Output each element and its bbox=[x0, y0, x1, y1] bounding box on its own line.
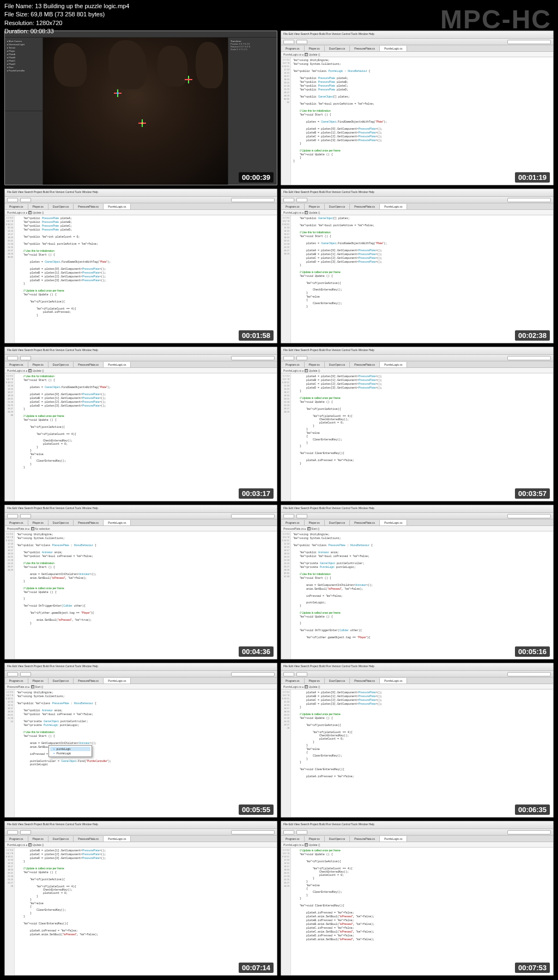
editor-tab[interactable]: PressurePlate.cs bbox=[350, 520, 380, 525]
breadcrumb[interactable]: PuzzleLogic.cs ▸ 🔲 Update () bbox=[281, 842, 553, 848]
editor-tab[interactable]: PuzzleLogic.cs bbox=[380, 520, 407, 525]
editor-tab[interactable]: PressurePlate.cs bbox=[74, 836, 104, 842]
editor-tab[interactable]: Program.cs bbox=[281, 836, 305, 842]
search-input[interactable] bbox=[507, 40, 551, 44]
editor-tab[interactable]: DoorOpen.cs bbox=[325, 46, 350, 51]
editor-tab[interactable]: PressurePlate.cs bbox=[350, 362, 380, 367]
editor-tab[interactable]: PressurePlate.cs bbox=[74, 678, 104, 683]
editor-tab[interactable]: DoorOpen.cs bbox=[325, 204, 350, 209]
editor-tab[interactable]: PuzzleLogic.cs bbox=[104, 678, 131, 683]
ide-menubar[interactable]: File Edit View Search Project Build Run … bbox=[281, 189, 553, 197]
editor-tab[interactable]: PressurePlate.cs bbox=[350, 678, 380, 683]
editor-tab[interactable]: DoorOpen.cs bbox=[48, 836, 74, 842]
config-dropdown[interactable] bbox=[296, 198, 307, 202]
editor-tab[interactable]: PuzzleLogic.cs bbox=[380, 362, 407, 367]
ide-menubar[interactable]: File Edit View Search Project Build Run … bbox=[281, 663, 553, 671]
editor-tab[interactable]: DoorOpen.cs bbox=[48, 678, 74, 683]
ide-toolbar[interactable] bbox=[5, 829, 277, 836]
editor-tab[interactable]: PuzzleLogic.cs bbox=[104, 204, 131, 209]
ide-toolbar[interactable] bbox=[281, 39, 553, 45]
search-input[interactable] bbox=[507, 356, 551, 360]
editor-tab[interactable]: Player.cs bbox=[305, 836, 325, 842]
hierarchy-item[interactable]: ▸ PuzzleController bbox=[7, 69, 40, 72]
play-button[interactable] bbox=[283, 198, 294, 202]
play-button[interactable] bbox=[283, 672, 294, 676]
code-editor[interactable]: "kw">using UnityEngine; "kw">using Syste… bbox=[291, 531, 553, 659]
code-editor[interactable]: plateA = plates[0].GetComponent<Pressure… bbox=[291, 373, 553, 501]
ide-toolbar[interactable] bbox=[5, 671, 277, 677]
breadcrumb[interactable]: PuzzleLogic.cs ▸ 🔲 Update () bbox=[281, 210, 553, 215]
editor-tab[interactable]: PuzzleLogic.cs bbox=[380, 836, 407, 842]
editor-tab[interactable]: Program.cs bbox=[5, 520, 28, 525]
ide-menubar[interactable]: File Edit View Search Project Build Run … bbox=[281, 821, 553, 829]
editor-tabs[interactable]: Program.csPlayer.csDoorOpen.csPressurePl… bbox=[5, 519, 277, 526]
ide-thumbnail[interactable]: File Edit View Search Project Build Run … bbox=[281, 505, 554, 660]
ide-toolbar[interactable] bbox=[281, 355, 553, 361]
search-input[interactable] bbox=[507, 672, 551, 676]
config-dropdown[interactable] bbox=[20, 356, 31, 360]
config-dropdown[interactable] bbox=[296, 830, 307, 834]
editor-tab[interactable]: DoorOpen.cs bbox=[48, 204, 74, 209]
ide-menubar[interactable]: File Edit View Search Project Build Run … bbox=[281, 505, 553, 513]
editor-tabs[interactable]: Program.csPlayer.csDoorOpen.csPressurePl… bbox=[5, 677, 277, 684]
inspector-field[interactable]: Scale X 1 Y 1 Z 1 bbox=[231, 48, 275, 51]
search-input[interactable] bbox=[507, 830, 551, 834]
code-editor[interactable]: plateB = plates[1].GetComponent<Pressure… bbox=[15, 848, 277, 975]
config-dropdown[interactable] bbox=[20, 830, 31, 834]
editor-tab[interactable]: PuzzleLogic.cs bbox=[104, 520, 131, 525]
editor-tab[interactable]: Program.cs bbox=[5, 204, 28, 209]
search-input[interactable] bbox=[231, 672, 275, 676]
code-editor[interactable]: "kw">public GameObject[] plates; "kw">pu… bbox=[291, 215, 553, 343]
breadcrumb[interactable]: PressurePlate.cs ▸ 🔲 Start () bbox=[5, 684, 277, 689]
ide-thumbnail[interactable]: File Edit View Search Project Build Run … bbox=[4, 821, 277, 976]
editor-tabs[interactable]: Program.csPlayer.csDoorOpen.csPressurePl… bbox=[5, 361, 277, 368]
editor-tab[interactable]: Program.cs bbox=[5, 678, 28, 683]
ide-menubar[interactable]: File Edit View Search Project Build Run … bbox=[5, 505, 277, 513]
editor-tab[interactable]: Player.cs bbox=[28, 836, 48, 842]
breadcrumb[interactable]: PuzzleLogic.cs ▸ 🔲 Update () bbox=[5, 842, 277, 848]
config-dropdown[interactable] bbox=[20, 672, 31, 676]
editor-tab[interactable]: Player.cs bbox=[305, 678, 325, 683]
editor-tabs[interactable]: Program.csPlayer.csDoorOpen.csPressurePl… bbox=[281, 361, 553, 368]
editor-tab[interactable]: Program.cs bbox=[281, 520, 305, 525]
editor-tab[interactable]: Player.cs bbox=[305, 46, 325, 51]
editor-tab[interactable]: DoorOpen.cs bbox=[48, 362, 74, 367]
transform-gizmo[interactable] bbox=[138, 119, 146, 127]
editor-tabs[interactable]: Program.csPlayer.csDoorOpen.csPressurePl… bbox=[281, 45, 553, 52]
editor-tab[interactable]: PuzzleLogic.cs bbox=[380, 46, 407, 51]
editor-tab[interactable]: Program.cs bbox=[281, 678, 305, 683]
ide-thumbnail[interactable]: File Edit View Search Project Build Run … bbox=[4, 505, 277, 660]
play-button[interactable] bbox=[7, 198, 18, 202]
ide-toolbar[interactable] bbox=[5, 513, 277, 519]
ide-menubar[interactable]: File Edit View Search Project Build Run … bbox=[5, 347, 277, 355]
editor-tab[interactable]: DoorOpen.cs bbox=[325, 678, 350, 683]
hierarchy-panel[interactable]: ▸ Main Camera▸ Directional Light▸ Terrai… bbox=[5, 38, 43, 111]
editor-tab[interactable]: Program.cs bbox=[281, 362, 305, 367]
editor-tabs[interactable]: Program.csPlayer.csDoorOpen.csPressurePl… bbox=[281, 203, 553, 210]
editor-tab[interactable]: PressurePlate.cs bbox=[350, 46, 380, 51]
editor-tab[interactable]: PuzzleLogic.cs bbox=[380, 204, 407, 209]
editor-tab[interactable]: Program.cs bbox=[281, 204, 305, 209]
code-editor[interactable]: "kw">public PressurePlate plateA; "kw">p… bbox=[15, 215, 277, 343]
editor-tab[interactable]: Program.cs bbox=[5, 836, 28, 842]
breadcrumb[interactable]: PuzzleLogic.cs ▸ 🔲 Update () bbox=[281, 52, 553, 57]
play-button[interactable] bbox=[7, 830, 18, 834]
breadcrumb[interactable]: PuzzleLogic.cs ▸ 🔲 Update () bbox=[5, 210, 277, 215]
breadcrumb[interactable]: PressurePlate.cs ▸ 🔲 No selection bbox=[5, 526, 277, 531]
config-dropdown[interactable] bbox=[20, 514, 31, 518]
play-button[interactable] bbox=[7, 514, 18, 518]
editor-tab[interactable]: PressurePlate.cs bbox=[74, 362, 104, 367]
editor-tabs[interactable]: Program.csPlayer.csDoorOpen.csPressurePl… bbox=[281, 677, 553, 684]
ide-toolbar[interactable] bbox=[281, 829, 553, 836]
ide-toolbar[interactable] bbox=[5, 197, 277, 203]
ide-toolbar[interactable] bbox=[5, 355, 277, 361]
ide-toolbar[interactable] bbox=[281, 513, 553, 519]
breadcrumb[interactable]: PressurePlate.cs ▸ 🔲 Start () bbox=[281, 526, 553, 531]
editor-tabs[interactable]: Program.csPlayer.csDoorOpen.csPressurePl… bbox=[5, 203, 277, 210]
ide-thumbnail[interactable]: File Edit View Search Project Build Run … bbox=[281, 347, 554, 501]
editor-tab[interactable]: Player.cs bbox=[305, 204, 325, 209]
ide-toolbar[interactable] bbox=[281, 197, 553, 203]
play-button[interactable] bbox=[7, 672, 18, 676]
editor-tab[interactable]: Player.cs bbox=[305, 362, 325, 367]
code-editor[interactable]: "kw">using UnityEngine; "kw">using Syste… bbox=[291, 57, 553, 185]
